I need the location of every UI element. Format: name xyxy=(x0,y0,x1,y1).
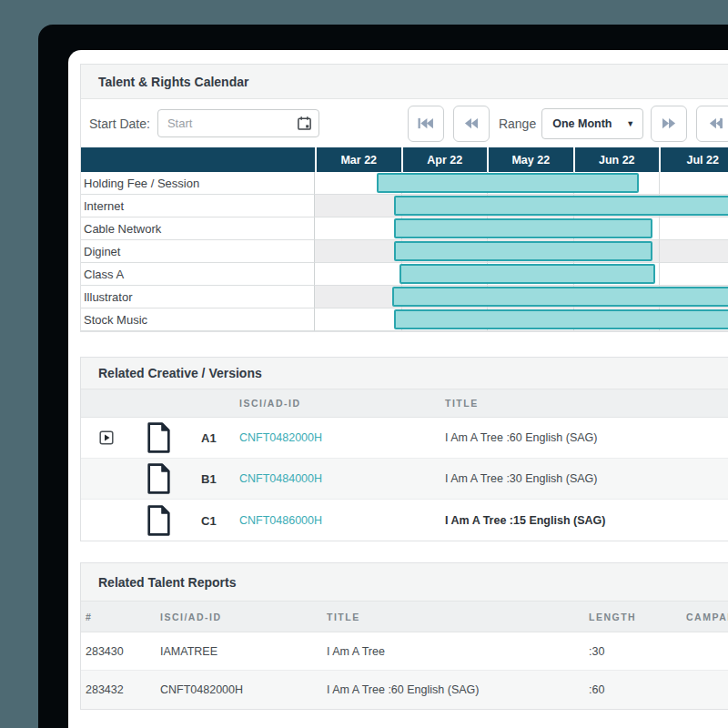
report-isci: IAMATREE xyxy=(160,645,217,658)
gantt-row: Cable Network xyxy=(81,217,728,240)
gantt-row: Internet xyxy=(81,195,728,217)
gantt-grid-column xyxy=(659,240,728,262)
gantt-bar[interactable] xyxy=(394,309,728,329)
reports-col-length: LENGTH xyxy=(589,612,636,622)
gantt-row-timeline xyxy=(315,172,728,195)
gantt-bar[interactable] xyxy=(392,287,728,307)
gantt-bar[interactable] xyxy=(394,196,728,216)
report-title: I Am A Tree xyxy=(327,645,385,658)
document-icon[interactable] xyxy=(147,504,171,536)
skip-to-end-icon xyxy=(706,116,723,130)
reports-table-body: 283430IAMATREEI Am A Tree:30283432CNFT04… xyxy=(81,632,728,709)
gantt-grid-column xyxy=(659,263,728,285)
document-icon[interactable] xyxy=(147,422,171,454)
gantt-month-header: Jul 22 xyxy=(659,147,728,172)
related-creative-versions-panel: Related Creative / Versions ISCI/AD-ID T… xyxy=(80,357,728,541)
reports-col-num: # xyxy=(86,612,92,622)
gantt-row: Illustrator xyxy=(81,286,728,308)
reports-table-header: # ISCI/AD-ID TITLE LENGTH CAMPAIGN xyxy=(81,602,728,632)
creative-table-header: ISCI/AD-ID TITLE xyxy=(81,389,728,418)
calendar-toolbar: Start Date: xyxy=(81,99,728,147)
creative-title: I Am A Tree :30 English (SAG) xyxy=(445,472,597,485)
gantt-bar[interactable] xyxy=(394,241,652,261)
creative-row: B1CNFT0484000HI Am A Tree :30 English (S… xyxy=(81,459,728,500)
version-label: B1 xyxy=(201,472,217,486)
range-label: Range xyxy=(499,116,536,131)
gantt-row-timeline xyxy=(315,240,728,263)
reports-panel-header: Related Talent Reports xyxy=(81,563,728,602)
gantt-month-header: Mar 22 xyxy=(315,147,401,172)
reports-panel-title: Related Talent Reports xyxy=(98,575,236,590)
gantt-row: Diginet xyxy=(81,240,728,263)
gantt-month-header: Jun 22 xyxy=(573,147,660,172)
double-left-arrow-icon xyxy=(462,116,480,130)
gantt-grid-column xyxy=(315,286,401,308)
start-date-label: Start Date: xyxy=(89,116,150,131)
start-date-input[interactable] xyxy=(157,109,319,137)
gantt-row-timeline xyxy=(315,195,728,217)
double-right-arrow-icon xyxy=(661,116,678,130)
gantt-row-timeline xyxy=(315,308,728,331)
gantt-row-label: Cable Network xyxy=(81,217,315,240)
creative-row: A1CNFT0482000HI Am A Tree :60 English (S… xyxy=(81,418,728,459)
report-row: 283430IAMATREEI Am A Tree:30 xyxy=(81,632,728,671)
reports-col-isci: ISCI/AD-ID xyxy=(160,612,222,622)
gantt-grid-column xyxy=(315,308,401,330)
creative-table-body: A1CNFT0482000HI Am A Tree :60 English (S… xyxy=(81,418,728,541)
reports-col-title: TITLE xyxy=(327,612,360,622)
gantt-month-header: May 22 xyxy=(487,147,573,172)
report-isci: CNFT0482000H xyxy=(160,683,243,696)
gantt-month-header-row: Mar 22Apr 22May 22Jun 22Jul 22 xyxy=(81,147,728,172)
report-number: 283432 xyxy=(86,683,124,696)
calendar-icon[interactable] xyxy=(297,116,312,131)
gantt-bar[interactable] xyxy=(377,173,639,193)
report-length: :60 xyxy=(589,683,604,696)
gantt-grid-column xyxy=(315,263,401,285)
main-card: Talent & Rights Calendar Start Date: xyxy=(68,50,728,728)
chevron-down-icon: ▼ xyxy=(626,119,634,128)
gantt-header-spacer xyxy=(81,147,315,172)
gantt-grid-column xyxy=(315,195,401,217)
gantt-row-label: Stock Music xyxy=(81,308,315,331)
creative-panel-title: Related Creative / Versions xyxy=(98,366,262,380)
gantt-month-header: Apr 22 xyxy=(401,147,488,172)
gantt-grid-column xyxy=(659,217,728,239)
gantt-bar[interactable] xyxy=(394,218,652,238)
gantt-bar[interactable] xyxy=(399,264,656,284)
document-icon[interactable] xyxy=(147,463,171,495)
gantt-row: Stock Music xyxy=(81,308,728,331)
isci-link[interactable]: CNFT0482000H xyxy=(239,431,322,444)
gantt-row-timeline xyxy=(315,263,728,286)
isci-link[interactable]: CNFT0486000H xyxy=(239,514,322,527)
gantt-row-label: Holding Fee / Session xyxy=(81,172,315,195)
calendar-panel-title: Talent & Rights Calendar xyxy=(98,75,248,89)
creative-row: C1CNFT0486000HI Am A Tree :15 English (S… xyxy=(81,500,728,541)
report-length: :30 xyxy=(589,645,604,658)
skip-to-end-button[interactable] xyxy=(696,106,728,142)
gantt-grid-column xyxy=(315,240,401,262)
talent-rights-calendar-panel: Talent & Rights Calendar Start Date: xyxy=(80,64,728,332)
gantt-row-label: Class A xyxy=(81,263,315,286)
play-button[interactable] xyxy=(99,430,114,445)
gantt-row-label: Diginet xyxy=(81,240,315,263)
creative-panel-header: Related Creative / Versions xyxy=(81,358,728,389)
calendar-panel-header: Talent & Rights Calendar xyxy=(81,65,728,99)
next-button[interactable] xyxy=(651,106,687,142)
gantt-grid-column xyxy=(315,217,401,239)
gantt-row-label: Internet xyxy=(81,195,315,217)
isci-link[interactable]: CNFT0484000H xyxy=(239,472,322,485)
gantt-row-timeline xyxy=(315,217,728,240)
range-select-value: One Month xyxy=(552,117,612,130)
version-label: A1 xyxy=(201,431,217,445)
skip-to-start-button[interactable] xyxy=(408,106,444,142)
range-select[interactable]: One Month ▼ xyxy=(541,108,643,139)
creative-col-title: TITLE xyxy=(445,398,479,409)
report-row: 283432CNFT0482000HI Am A Tree :60 Englis… xyxy=(81,671,728,709)
gantt-row-timeline xyxy=(315,286,728,308)
creative-col-isci: ISCI/AD-ID xyxy=(239,398,301,409)
skip-to-start-icon xyxy=(417,116,434,130)
gantt-row: Holding Fee / Session xyxy=(81,172,728,195)
gantt-row: Class A xyxy=(81,263,728,286)
previous-button[interactable] xyxy=(453,106,490,142)
gantt-row-label: Illustrator xyxy=(81,286,315,308)
